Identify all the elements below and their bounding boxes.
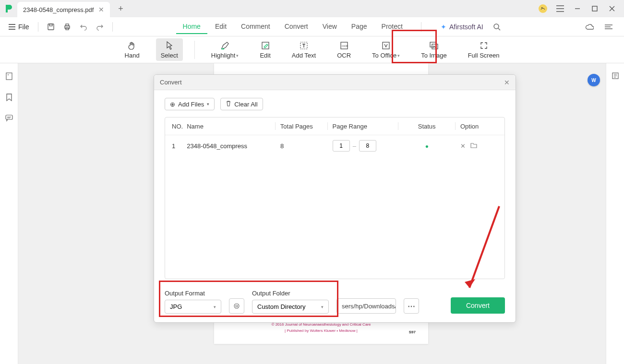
footer-page-number: S97 <box>409 330 416 334</box>
ribbon-toimage[interactable]: To Image <box>416 38 451 61</box>
row-total: 8 <box>280 142 323 150</box>
row-name: 2348-0548_compress <box>187 142 270 150</box>
output-path[interactable]: sers/hp/Downloads/ <box>336 298 396 314</box>
col-status: Status <box>403 123 450 130</box>
window-maximize-icon[interactable] <box>590 4 599 13</box>
svg-rect-3 <box>48 24 54 30</box>
file-row: 1 2348-0548_compress 8 – ● ✕ <box>165 135 504 156</box>
thumbnails-icon[interactable] <box>5 72 13 82</box>
menu-protect[interactable]: Protect <box>375 20 409 34</box>
ribbon-addtext-label: Add Text <box>292 52 316 59</box>
convert-dialog: Convert ✕ ⊕ Add Files ▾ Clear All NO. Na… <box>154 74 516 323</box>
clear-all-button[interactable]: Clear All <box>220 98 263 110</box>
ribbon-select[interactable]: Select <box>156 38 183 61</box>
convert-button[interactable]: Convert <box>451 297 505 314</box>
hamburger-menu-icon[interactable] <box>556 4 564 13</box>
window-minimize-icon[interactable] <box>573 4 582 13</box>
print-icon[interactable] <box>60 20 74 34</box>
plus-circle-icon: ⊕ <box>170 101 175 108</box>
col-page-range: Page Range <box>333 123 394 130</box>
window-close-icon[interactable] <box>608 4 616 13</box>
dialog-title: Convert <box>160 79 182 86</box>
ribbon-ocr[interactable]: OCR OCR <box>332 38 356 61</box>
cursor-icon <box>166 40 173 51</box>
ai-button[interactable]: ✦ Afirstsoft AI <box>441 23 483 31</box>
ribbon-addtext[interactable]: Add Text <box>287 38 321 61</box>
format-settings-icon[interactable] <box>229 298 244 314</box>
add-files-button[interactable]: ⊕ Add Files ▾ <box>165 98 215 110</box>
cloud-icon[interactable] <box>583 20 596 34</box>
page-from-input[interactable] <box>333 140 350 152</box>
menu-convert[interactable]: Convert <box>278 20 315 34</box>
svg-point-1 <box>541 7 542 8</box>
redo-icon[interactable] <box>93 20 107 34</box>
menu-edit[interactable]: Edit <box>208 20 233 34</box>
add-files-label: Add Files <box>178 101 204 108</box>
chevron-down-icon: ▾ <box>207 102 209 106</box>
trash-icon <box>226 100 231 108</box>
add-tab-button[interactable]: + <box>114 2 127 15</box>
bookmark-icon[interactable] <box>6 93 12 104</box>
chevron-down-icon: ▾ <box>397 53 400 58</box>
more-options-button[interactable]: ⋯ <box>404 298 419 314</box>
menu-home[interactable]: Home <box>176 20 207 34</box>
clear-all-label: Clear All <box>234 101 257 108</box>
ribbon-edit-label: Edit <box>260 52 270 59</box>
document-tab[interactable]: 2348-0548_compress.pdf ✕ <box>17 2 110 17</box>
edit-icon <box>261 40 270 51</box>
output-format-select[interactable]: JPG ▾ <box>165 300 221 314</box>
user-avatar-icon[interactable] <box>539 4 547 13</box>
ribbon-ocr-label: OCR <box>337 52 351 59</box>
ocr-icon: OCR <box>340 40 348 51</box>
output-folder-value: Custom Directory <box>257 303 305 310</box>
page-to-input[interactable] <box>359 140 376 152</box>
ribbon-tooffice-label: To Office <box>372 52 396 59</box>
fullscreen-icon <box>480 40 488 51</box>
output-format-label: Output Format <box>165 290 221 297</box>
range-dash: – <box>353 142 356 150</box>
output-folder-select[interactable]: Custom Directory ▾ <box>252 300 329 314</box>
footer-credit-2: | Published by Wolters Kluwer • Medknow … <box>224 329 419 333</box>
to-image-icon <box>429 40 439 51</box>
separator <box>421 22 421 32</box>
open-folder-icon[interactable] <box>470 142 477 150</box>
ribbon-hand[interactable]: Hand <box>120 38 144 61</box>
save-icon[interactable] <box>44 20 58 34</box>
close-tab-icon[interactable]: ✕ <box>98 6 104 13</box>
chevron-down-icon: ▾ <box>214 305 216 309</box>
col-no: NO. <box>172 123 187 130</box>
search-icon[interactable] <box>490 20 504 34</box>
ribbon-fullscreen[interactable]: Full Screen <box>463 38 504 61</box>
menu-view[interactable]: View <box>316 20 344 34</box>
file-menu[interactable]: File <box>6 23 32 31</box>
output-format-value: JPG <box>170 303 182 310</box>
svg-rect-4 <box>49 24 52 26</box>
add-text-icon <box>300 40 308 51</box>
svg-rect-15 <box>432 44 438 49</box>
col-total-pages: Total Pages <box>280 123 323 130</box>
settings-lines-icon[interactable] <box>602 20 615 34</box>
separator <box>455 122 456 130</box>
undo-icon[interactable] <box>77 20 90 34</box>
ribbon-tooffice[interactable]: To Office▾ <box>367 38 405 61</box>
comment-panel-icon[interactable] <box>5 114 13 124</box>
menu-page[interactable]: Page <box>345 20 374 34</box>
col-name: Name <box>187 123 270 130</box>
svg-text:OCR: OCR <box>342 45 348 47</box>
ai-label: Afirstsoft AI <box>449 23 483 31</box>
svg-rect-7 <box>66 28 69 30</box>
dialog-close-icon[interactable]: ✕ <box>504 79 510 86</box>
chevron-down-icon: ▾ <box>236 53 239 58</box>
ribbon-highlight[interactable]: Highlight▾ <box>206 38 244 61</box>
separator <box>38 22 38 32</box>
ribbon-edit[interactable]: Edit <box>255 38 275 61</box>
svg-point-8 <box>494 24 499 29</box>
svg-rect-17 <box>6 73 12 80</box>
menu-comment[interactable]: Comment <box>234 20 277 34</box>
chevron-down-icon: ▾ <box>321 305 324 309</box>
row-no: 1 <box>172 142 187 150</box>
properties-icon[interactable] <box>612 72 619 82</box>
word-badge-icon[interactable]: W <box>588 74 600 86</box>
row-status-ok-icon: ● <box>403 142 450 150</box>
remove-row-icon[interactable]: ✕ <box>460 142 466 150</box>
